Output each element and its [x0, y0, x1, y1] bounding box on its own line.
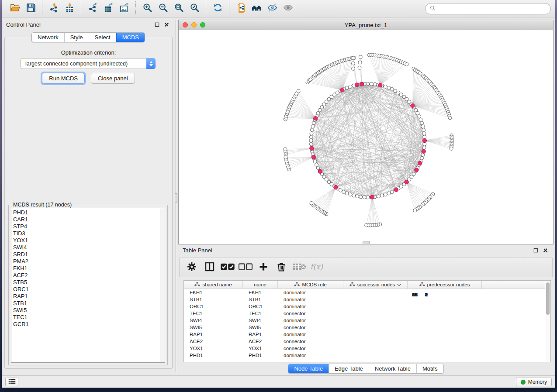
export-network-button[interactable]	[86, 2, 99, 15]
tab-network-table[interactable]: Network Table	[369, 364, 416, 373]
network-node[interactable]	[313, 160, 317, 163]
network-node[interactable]	[421, 125, 425, 128]
network-node[interactable]	[352, 67, 355, 70]
mcds-result-item[interactable]: CAR1	[13, 216, 165, 223]
mcds-result-item[interactable]: SWI5	[13, 307, 165, 314]
mcds-result-item[interactable]: STB5	[13, 279, 165, 286]
column-header-successor-nodes[interactable]: successor nodes	[343, 281, 408, 289]
network-node[interactable]	[370, 82, 373, 86]
hub-node[interactable]	[340, 88, 344, 92]
optimization-select[interactable]: largest connected component (undirected)	[21, 58, 156, 69]
memory-button[interactable]: Memory	[516, 378, 552, 386]
mcds-result-listbox[interactable]: PHD1CAR1STP4TID3YOX1SWI4SRD1PMA2FKH1ACE2…	[11, 208, 165, 363]
export-image-button[interactable]	[118, 2, 131, 15]
network-node[interactable]	[414, 108, 418, 112]
tab-edge-table[interactable]: Edge Table	[329, 364, 369, 373]
network-node[interactable]	[297, 89, 300, 93]
network-node[interactable]	[422, 128, 426, 132]
export-table-button[interactable]	[102, 2, 115, 15]
network-node[interactable]	[356, 195, 359, 198]
hub-node[interactable]	[394, 188, 398, 192]
split-view-button[interactable]	[204, 261, 216, 274]
network-node[interactable]	[363, 196, 366, 199]
hub-node[interactable]	[370, 195, 374, 199]
hub-node[interactable]	[355, 83, 359, 87]
mcds-result-item[interactable]: TEC1	[13, 314, 165, 321]
network-canvas[interactable]	[179, 30, 553, 244]
hub-node[interactable]	[314, 117, 318, 120]
mcds-result-item[interactable]: TID3	[13, 230, 165, 237]
tab-style[interactable]: Style	[64, 33, 89, 42]
column-header-shared-name[interactable]: shared name	[184, 281, 243, 289]
network-node[interactable]	[366, 82, 370, 86]
network-node[interactable]	[316, 111, 320, 115]
network-node[interactable]	[373, 83, 377, 86]
network-node[interactable]	[352, 194, 356, 197]
network-node[interactable]	[351, 62, 355, 65]
network-node[interactable]	[423, 142, 426, 146]
network-node[interactable]	[358, 61, 362, 64]
network-node[interactable]	[359, 55, 362, 59]
network-node[interactable]	[336, 91, 339, 94]
column-header-MCDS-role[interactable]: MCDS role	[278, 281, 343, 289]
network-node[interactable]	[420, 156, 424, 160]
hub-node[interactable]	[378, 83, 382, 87]
tab-select[interactable]: Select	[89, 33, 116, 42]
network-node[interactable]	[316, 166, 320, 170]
delete-column-button[interactable]	[275, 261, 287, 274]
network-node[interactable]	[312, 121, 315, 125]
hub-node[interactable]	[334, 186, 338, 189]
mcds-result-item[interactable]: SRD1	[13, 251, 165, 258]
network-node[interactable]	[310, 201, 313, 205]
select-all-button[interactable]	[221, 261, 234, 274]
zoom-out-button[interactable]	[156, 2, 170, 15]
zoom-selected-button[interactable]	[188, 2, 201, 15]
network-node[interactable]	[342, 190, 346, 194]
import-network-button[interactable]	[47, 2, 60, 15]
network-node[interactable]	[309, 142, 313, 146]
hub-node[interactable]	[310, 147, 314, 151]
network-node[interactable]	[422, 146, 426, 149]
network-node[interactable]	[339, 189, 342, 192]
network-node[interactable]	[284, 148, 287, 151]
network-node[interactable]	[450, 147, 453, 150]
hide-visibility-button[interactable]	[266, 2, 279, 15]
network-node[interactable]	[352, 56, 355, 60]
mcds-result-item[interactable]: RAP1	[13, 293, 165, 300]
hub-node[interactable]	[411, 103, 415, 107]
network-node[interactable]	[419, 118, 422, 121]
close-panel-icon[interactable]	[163, 21, 170, 28]
network-node[interactable]	[418, 115, 421, 118]
zoom-in-button[interactable]	[141, 2, 154, 15]
hub-node[interactable]	[318, 169, 322, 173]
settings-button[interactable]	[186, 261, 198, 274]
deselect-all-button[interactable]	[239, 261, 252, 274]
mcds-result-item[interactable]: STP4	[13, 223, 165, 230]
zoom-fit-button[interactable]	[172, 2, 185, 15]
hub-node[interactable]	[405, 180, 408, 184]
tab-motifs[interactable]: Motifs	[416, 364, 443, 373]
table-scrollbar[interactable]	[545, 281, 550, 362]
mcds-result-item[interactable]: ORC1	[13, 286, 165, 293]
task-history-button[interactable]	[5, 378, 18, 386]
table-scrollbar-thumb[interactable]	[546, 282, 550, 315]
mcds-result-item[interactable]: GCR1	[13, 321, 165, 328]
close-panel-button[interactable]: Close panel	[91, 73, 135, 84]
network-node[interactable]	[310, 128, 314, 132]
network-node[interactable]	[422, 132, 426, 135]
refresh-button[interactable]	[211, 2, 224, 15]
hub-node[interactable]	[422, 138, 426, 142]
network-node[interactable]	[405, 62, 408, 66]
network-node[interactable]	[309, 139, 313, 142]
network-node[interactable]	[384, 193, 387, 196]
network-node[interactable]	[310, 132, 313, 135]
network-node[interactable]	[311, 125, 315, 128]
network-node[interactable]	[390, 190, 394, 194]
mcds-result-item[interactable]: PMA2	[13, 258, 165, 265]
mcds-result-scrollbar[interactable]	[160, 208, 165, 362]
network-node[interactable]	[365, 224, 368, 227]
mcds-result-item[interactable]: STB1	[13, 300, 165, 307]
network-node[interactable]	[387, 86, 391, 89]
hub-node[interactable]	[422, 149, 426, 153]
overview-button[interactable]	[250, 2, 263, 15]
